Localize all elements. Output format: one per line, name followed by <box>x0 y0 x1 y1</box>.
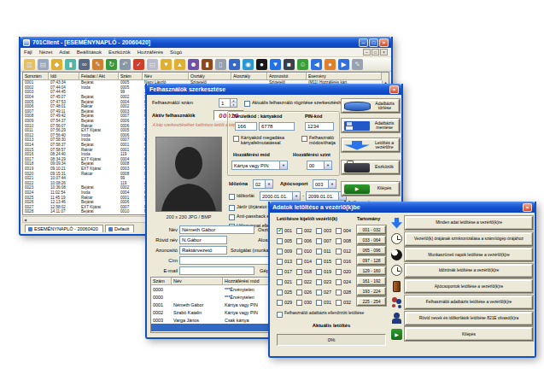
trash-icon[interactable]: ▯ <box>215 59 226 70</box>
short-name-input[interactable]: N.Gábor <box>179 236 227 244</box>
checkbox-box[interactable] <box>336 290 342 295</box>
document-tab[interactable]: Default <box>105 225 134 232</box>
controller-checkbox-025[interactable]: 025 <box>277 287 296 297</box>
chevron-down-icon[interactable]: ▼ <box>324 161 331 169</box>
access-mode-select[interactable]: Kártya vagy PIN ▼ <box>231 161 288 170</box>
column-header[interactable]: Idő <box>49 73 79 80</box>
card-present-checkbox[interactable]: Kártyakód megadása kártyafelmutatással <box>233 135 300 145</box>
checkbox-box[interactable] <box>316 290 322 295</box>
column-header[interactable]: Osztály <box>189 73 231 80</box>
spin-down-icon[interactable]: ▼ <box>230 103 237 108</box>
chevron-down-icon[interactable]: ▼ <box>279 161 287 169</box>
glasses-icon[interactable]: ∞ <box>79 59 90 70</box>
checkbox-box[interactable] <box>316 259 322 265</box>
column-header[interactable]: Név <box>172 278 223 285</box>
card-icon[interactable]: ▮ <box>65 59 76 70</box>
checkbox-box[interactable] <box>296 249 302 255</box>
range-button[interactable]: 033 - 064 <box>357 236 386 244</box>
checkbox-box[interactable] <box>316 279 322 285</box>
checkbox-box[interactable] <box>296 279 302 285</box>
timezone-select[interactable]: 02 ▼ <box>253 179 273 189</box>
edit-icon[interactable]: ✎ <box>92 59 103 70</box>
chevron-down-icon[interactable]: ▼ <box>328 180 336 188</box>
checkbox-box[interactable] <box>316 249 322 255</box>
document-tab-active[interactable]: ESEMÉNYNAPLÓ - 20060420 <box>25 225 103 232</box>
checkbox-box[interactable] <box>277 238 283 244</box>
controller-checkbox-026[interactable]: 026 <box>296 287 316 297</box>
kil-p-s-button[interactable]: Kilépés <box>405 327 533 341</box>
controller-checkbox-032[interactable]: 032 <box>336 297 355 307</box>
key-up-icon[interactable]: ▲ <box>174 59 185 70</box>
controller-checkbox-017[interactable]: 017 <box>277 266 296 277</box>
controller-checkbox-010[interactable]: 010 <box>296 246 316 256</box>
users-icon[interactable]: ☻ <box>188 59 199 70</box>
check-icon[interactable]: ✓ <box>133 59 144 70</box>
list-icon[interactable]: ▤ <box>147 59 158 70</box>
checkbox-box[interactable] <box>277 269 283 275</box>
column-header[interactable]: Alosztály <box>231 73 267 80</box>
download-icon[interactable]: ▼ <box>270 59 281 70</box>
area-code-input[interactable]: 166 <box>235 122 257 131</box>
print-icon[interactable]: ▤ <box>38 59 49 70</box>
checkbox-box[interactable] <box>336 269 342 275</box>
world-clock-icon[interactable]: ◉ <box>243 59 254 70</box>
card-code-input[interactable]: 6778 <box>259 122 295 131</box>
range-button[interactable]: 161 - 192 <box>357 277 386 285</box>
close-button[interactable]: × <box>379 38 389 47</box>
checkbox-box[interactable] <box>296 238 302 244</box>
date-to-select[interactable]: 2099.01.01. ▼ <box>306 191 347 201</box>
checkbox-box[interactable] <box>277 228 283 234</box>
download-titlebar[interactable]: Adatok letöltése a vezérlő(k)be × <box>270 202 535 213</box>
range-button[interactable]: 097 - 128 <box>357 256 386 265</box>
chevron-down-icon[interactable]: ▼ <box>265 180 272 188</box>
checkbox-box[interactable] <box>229 194 235 200</box>
column-header[interactable]: Szám <box>151 278 172 285</box>
controller-checkbox-024[interactable]: 024 <box>336 277 355 287</box>
scroll-left-icon[interactable]: ◀ <box>24 218 26 222</box>
controller-checkbox-027[interactable]: 027 <box>316 287 336 297</box>
checkbox-box[interactable] <box>316 300 322 306</box>
r-vid-nevek-s-id-korl-tok-let-lt-se-821e-button[interactable]: Rövid nevek és időkorlátok letöltése 821… <box>405 312 533 325</box>
controller-checkbox-002[interactable]: 002 <box>296 225 316 236</box>
checkbox-box[interactable] <box>301 136 307 142</box>
controller-checkbox-001[interactable]: 001 <box>277 225 296 236</box>
checkbox-box[interactable] <box>277 249 283 255</box>
controller-checkbox-028[interactable]: 028 <box>336 287 355 297</box>
checkbox-box[interactable] <box>336 249 342 255</box>
adatb-zis-ment-se-button[interactable]: Adatbázis mentése <box>342 119 400 132</box>
controller-checkbox-006[interactable]: 006 <box>296 236 316 246</box>
id-z-n-k-let-lt-se-a-vez-rl-k-re-button[interactable]: Időzónák letöltése a vezérlő(k)re <box>405 264 533 278</box>
controller-checkbox-012[interactable]: 012 <box>336 246 355 256</box>
menu-item[interactable]: Hozzáférés <box>137 50 163 55</box>
user-number-stepper[interactable]: 1 ▲▼ <box>219 98 237 108</box>
controller-checkbox-015[interactable]: 015 <box>316 256 336 266</box>
range-button[interactable]: 225 - 254 <box>357 297 386 306</box>
mdi-minimize-button[interactable]: – <box>363 49 371 56</box>
column-header[interactable]: Esemény <box>307 73 382 80</box>
date-from-select[interactable]: 2000.01.01. ▼ <box>260 191 301 201</box>
undo-icon[interactable]: ↶ <box>120 59 131 70</box>
controller-checkbox-022[interactable]: 022 <box>296 277 316 287</box>
controller-checkbox-005[interactable]: 005 <box>277 236 296 246</box>
column-header[interactable]: Sorszám <box>23 73 49 80</box>
checkbox-box[interactable] <box>316 269 322 275</box>
checkbox-box[interactable] <box>336 228 342 234</box>
checkbox-box[interactable] <box>316 238 322 244</box>
let-lt-s-a-vez-rl-re-button[interactable]: Letöltés a vezérlőre <box>342 138 400 152</box>
verified-download-checkbox[interactable]: Felhasználói adatbázis ellenőrzött letöl… <box>277 311 389 318</box>
user-icon[interactable]: ☺ <box>297 59 308 70</box>
minimize-button[interactable]: – <box>359 38 368 47</box>
controller-checkbox-011[interactable]: 011 <box>316 246 336 256</box>
controller-checkbox-030[interactable]: 030 <box>296 297 316 307</box>
download-close-button[interactable]: × <box>523 203 532 212</box>
menu-item[interactable]: Adat <box>59 50 69 55</box>
controller-checkbox-031[interactable]: 031 <box>316 297 336 307</box>
checkbox-box[interactable] <box>229 205 235 211</box>
checkbox-box[interactable] <box>336 238 342 244</box>
checkbox-box[interactable] <box>296 290 302 295</box>
column-header[interactable]: Név <box>143 73 189 80</box>
menu-item[interactable]: Beállítások <box>77 50 102 55</box>
controller-checkbox-009[interactable]: 009 <box>277 246 296 256</box>
controller-checkbox-013[interactable]: 013 <box>277 256 296 266</box>
main-window-titlebar[interactable]: 701Client - [ESEMÉNYNAPLÓ - 20060420] – … <box>20 37 391 48</box>
